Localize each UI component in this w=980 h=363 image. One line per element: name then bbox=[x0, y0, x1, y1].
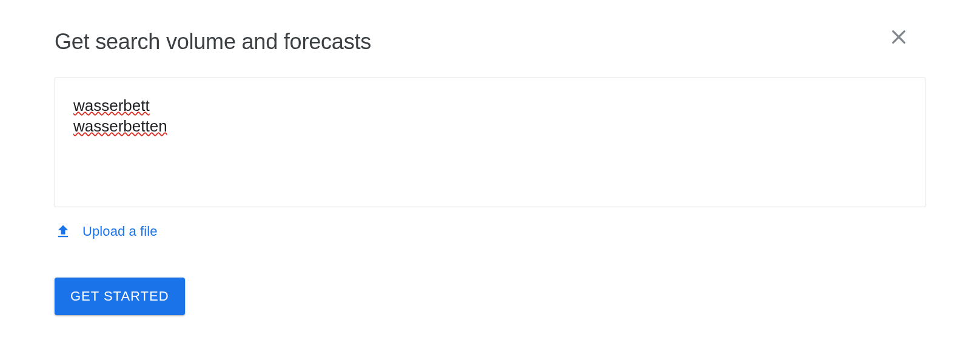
upload-icon bbox=[55, 223, 72, 240]
keyword-line: wasserbett bbox=[73, 95, 150, 116]
keywords-input[interactable]: wasserbett wasserbetten bbox=[55, 78, 925, 207]
get-started-button[interactable]: GET STARTED bbox=[55, 278, 185, 315]
close-icon bbox=[889, 27, 908, 48]
keyword-line: wasserbetten bbox=[73, 116, 167, 136]
upload-file-link[interactable]: Upload a file bbox=[55, 223, 925, 240]
upload-file-label: Upload a file bbox=[82, 224, 158, 239]
page-title: Get search volume and forecasts bbox=[55, 29, 371, 55]
close-button[interactable] bbox=[888, 27, 910, 48]
